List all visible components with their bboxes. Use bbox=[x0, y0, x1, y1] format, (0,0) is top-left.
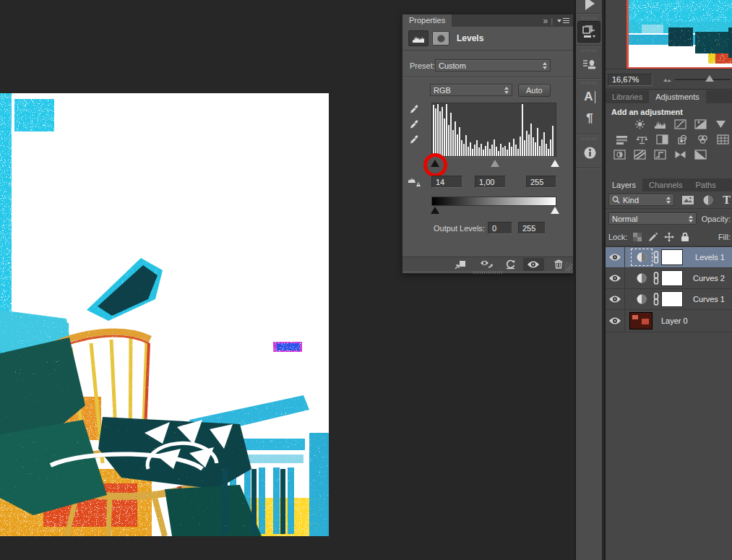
lock-pixels-brush-icon[interactable] bbox=[647, 231, 659, 243]
layer-name[interactable]: Curves 2 bbox=[693, 274, 732, 283]
hue-saturation-icon[interactable] bbox=[615, 134, 629, 145]
dock-group-grip[interactable] bbox=[581, 17, 597, 20]
posterize-adjustment-icon[interactable] bbox=[633, 150, 647, 160]
dock-group-grip[interactable] bbox=[581, 82, 597, 85]
layer-mask-thumbnail[interactable] bbox=[661, 270, 683, 286]
clip-to-layer-icon[interactable] bbox=[454, 259, 466, 270]
layer-visibility-eye-icon[interactable] bbox=[606, 289, 625, 309]
mask-link-icon[interactable] bbox=[653, 272, 660, 285]
panel-resize-grip[interactable] bbox=[564, 262, 572, 271]
tab-channels[interactable]: Channels bbox=[642, 178, 689, 191]
shadow-input-field[interactable] bbox=[431, 176, 462, 188]
toggle-visibility-button[interactable] bbox=[523, 258, 544, 271]
adjustment-layer-thumbnail[interactable] bbox=[632, 271, 651, 285]
tab-adjustments[interactable]: Adjustments bbox=[649, 90, 706, 103]
collapse-panel-icon[interactable]: » bbox=[543, 16, 546, 26]
channel-select[interactable]: RGB bbox=[430, 84, 512, 96]
clone-source-panel-icon[interactable] bbox=[576, 53, 603, 75]
sample-gray-point-eyedropper-icon[interactable] bbox=[409, 119, 419, 129]
properties-panel-icon[interactable] bbox=[577, 21, 600, 43]
output-highlight-field[interactable] bbox=[518, 222, 546, 234]
layer-row-levels-1[interactable]: Levels 1 bbox=[606, 247, 732, 268]
zoom-percent-field[interactable] bbox=[608, 74, 653, 86]
layer-name[interactable]: Levels 1 bbox=[695, 253, 732, 262]
gradient-map-icon[interactable] bbox=[673, 150, 687, 160]
histogram-bar bbox=[448, 125, 449, 156]
midtone-input-slider[interactable] bbox=[491, 160, 499, 167]
filter-adjustment-layers-icon[interactable] bbox=[702, 194, 714, 206]
output-levels-label: Output Levels: bbox=[434, 224, 485, 233]
exposure-adjustment-icon[interactable] bbox=[694, 119, 707, 129]
panel-menu-icon[interactable] bbox=[557, 18, 569, 23]
sample-black-point-eyedropper-icon[interactable] bbox=[409, 104, 419, 114]
paragraph-panel-icon[interactable]: ¶ bbox=[576, 108, 603, 129]
layer-mask-thumbnail[interactable] bbox=[661, 291, 683, 307]
levels-histogram-icon[interactable] bbox=[408, 30, 429, 46]
tab-libraries[interactable]: Libraries bbox=[606, 90, 649, 103]
dock-group-grip[interactable] bbox=[581, 49, 597, 52]
panel-icon-dock: A ¶ bbox=[574, 0, 602, 560]
reset-adjustment-icon[interactable] bbox=[504, 259, 516, 270]
auto-button[interactable]: Auto bbox=[518, 84, 551, 97]
color-balance-icon[interactable] bbox=[635, 134, 649, 145]
output-shadow-field[interactable] bbox=[488, 222, 512, 234]
invert-adjustment-icon[interactable] bbox=[613, 150, 626, 160]
filter-pixel-layers-icon[interactable] bbox=[681, 195, 694, 205]
navigator-proxy-view[interactable] bbox=[626, 0, 732, 69]
tab-layers[interactable]: Layers bbox=[606, 178, 642, 191]
mask-link-icon[interactable] bbox=[653, 251, 660, 264]
layer-row-curves-1[interactable]: Curves 1 bbox=[606, 289, 732, 310]
levels-adjustment-icon[interactable] bbox=[653, 119, 667, 129]
curves-adjustment-icon[interactable] bbox=[673, 119, 687, 129]
levels-histogram bbox=[431, 103, 556, 158]
layer-mask-thumbnail[interactable] bbox=[661, 249, 683, 265]
layer-row-layer-0[interactable]: Layer 0 bbox=[606, 310, 732, 332]
document-canvas[interactable] bbox=[0, 93, 329, 536]
highlight-input-slider[interactable] bbox=[551, 160, 559, 167]
zoom-slider-track[interactable] bbox=[675, 79, 731, 80]
delete-adjustment-icon[interactable] bbox=[552, 259, 564, 270]
blend-mode-select[interactable]: Normal bbox=[608, 212, 697, 225]
color-lookup-icon[interactable] bbox=[716, 134, 730, 145]
tab-properties[interactable]: Properties bbox=[402, 14, 452, 27]
preset-select[interactable]: Custom bbox=[435, 59, 551, 72]
tab-paths[interactable]: Paths bbox=[689, 178, 723, 191]
mask-link-icon[interactable] bbox=[653, 293, 660, 306]
layer-name[interactable]: Curves 1 bbox=[693, 295, 732, 303]
panel-drag-dots[interactable] bbox=[473, 271, 502, 274]
channel-mixer-icon[interactable] bbox=[696, 134, 710, 145]
layer-mask-icon[interactable] bbox=[432, 31, 449, 46]
layer-visibility-eye-icon[interactable] bbox=[606, 310, 625, 332]
layer-visibility-eye-icon[interactable] bbox=[606, 268, 625, 288]
lock-transparency-icon[interactable] bbox=[632, 231, 643, 243]
layer-visibility-eye-icon[interactable] bbox=[606, 247, 625, 267]
zoom-out-mountains-icon[interactable] bbox=[663, 77, 672, 82]
dock-group-grip[interactable] bbox=[581, 137, 597, 140]
brightness-contrast-icon[interactable] bbox=[633, 119, 647, 129]
vibrance-adjustment-icon[interactable] bbox=[714, 119, 728, 129]
photo-filter-icon[interactable] bbox=[676, 134, 689, 145]
lock-position-move-icon[interactable] bbox=[663, 231, 675, 243]
zoom-slider-thumb[interactable] bbox=[705, 75, 714, 82]
sample-white-point-eyedropper-icon[interactable] bbox=[409, 134, 419, 145]
adjustment-layer-thumbnail[interactable] bbox=[632, 250, 651, 264]
actions-panel-icon[interactable] bbox=[576, 0, 603, 13]
output-shadow-slider[interactable] bbox=[431, 207, 439, 214]
selective-color-icon[interactable] bbox=[694, 150, 707, 160]
midtone-input-field[interactable] bbox=[475, 176, 506, 188]
info-panel-icon[interactable] bbox=[576, 142, 603, 163]
view-previous-state-icon[interactable] bbox=[480, 259, 494, 269]
output-highlight-slider[interactable] bbox=[551, 207, 559, 214]
layer-image-thumbnail[interactable] bbox=[629, 312, 653, 329]
layer-row-curves-2[interactable]: Curves 2 bbox=[606, 268, 732, 289]
adjustment-layer-thumbnail[interactable] bbox=[632, 292, 651, 306]
filter-type-layers-icon[interactable]: T bbox=[723, 194, 731, 207]
histogram-warning-icon[interactable] bbox=[408, 176, 421, 187]
layer-name[interactable]: Layer 0 bbox=[661, 316, 688, 325]
highlight-input-field[interactable] bbox=[526, 176, 556, 188]
lock-all-icon[interactable] bbox=[679, 231, 691, 243]
black-white-icon[interactable] bbox=[655, 134, 669, 145]
layer-filter-select[interactable]: Kind bbox=[608, 194, 674, 206]
character-panel-icon[interactable]: A bbox=[576, 86, 603, 108]
threshold-adjustment-icon[interactable] bbox=[653, 150, 667, 160]
